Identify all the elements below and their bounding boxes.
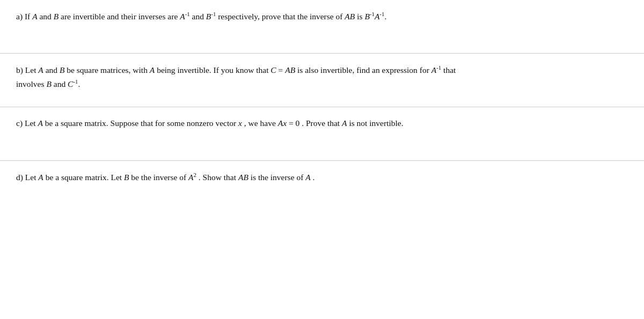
section-d: d) Let A be a square matrix. Let B be th… [0,161,644,214]
section-c: c) Let A be a square matrix. Suppose tha… [0,107,644,161]
page-container: a) If A and B are invertible and their i… [0,0,644,319]
section-b-text: b) Let A and B be square matrices, with … [16,63,628,91]
section-a: a) If A and B are invertible and their i… [0,0,644,54]
section-b: b) Let A and B be square matrices, with … [0,54,644,107]
section-a-text: a) If A and B are invertible and their i… [16,10,628,24]
section-c-text: c) Let A be a square matrix. Suppose tha… [16,117,628,130]
section-d-text: d) Let A be a square matrix. Let B be th… [16,170,628,184]
